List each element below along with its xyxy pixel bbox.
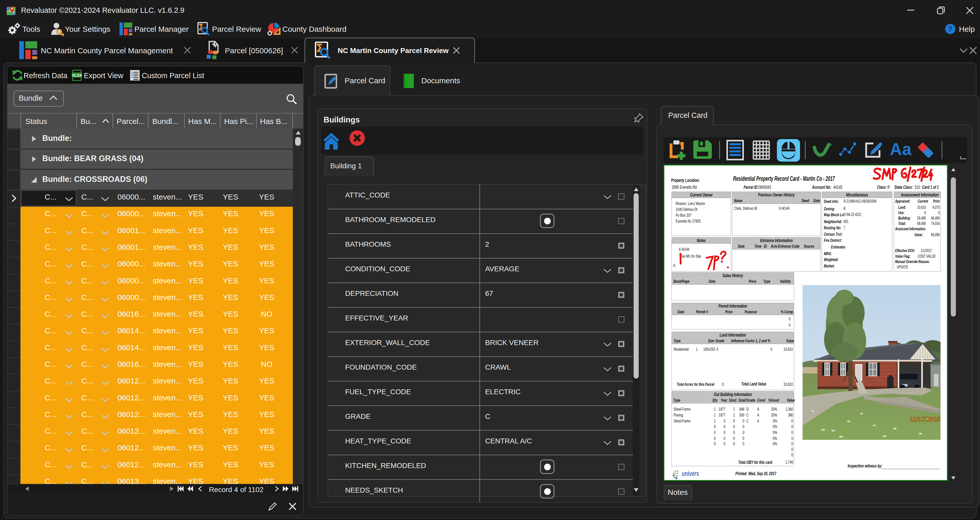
svg-text:11/17/2015: 11/17/2015 <box>910 416 940 423</box>
svg-text:XLSX: XLSX <box>72 73 82 78</box>
svg-text:?: ? <box>948 25 953 33</box>
